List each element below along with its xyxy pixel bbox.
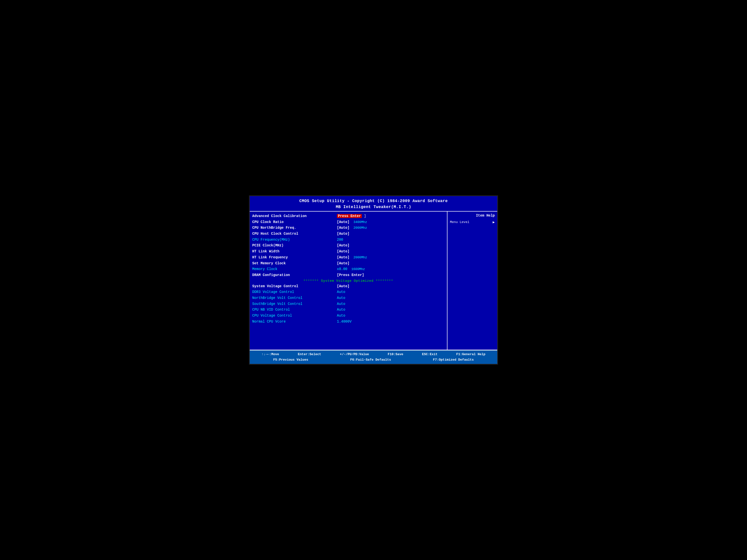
row-value-0[interactable]: [Auto] xyxy=(337,219,349,225)
item-help-title: Item Help xyxy=(450,214,495,217)
footer1-item-5: F1:General Help xyxy=(456,352,485,357)
menu-title-row: Advanced Clock Calibration Press Enter ] xyxy=(252,214,444,219)
main-row-2: CPU Host Clock Control[Auto] xyxy=(252,231,444,237)
footer1-item-1: Enter:Select xyxy=(298,352,321,357)
footer1-item-0: ↑↓→←:Move xyxy=(262,352,279,357)
row-label-9: DRAM Configuration xyxy=(252,272,337,278)
main-panel: Advanced Clock Calibration Press Enter ]… xyxy=(250,212,447,350)
bios-screen: CMOS Setup Utility - Copyright (C) 1984-… xyxy=(249,195,498,365)
stars-row: ******* System Voltage Optimized *******… xyxy=(252,279,444,283)
main-row-6: HT Link Frequency[Auto]2000Mhz xyxy=(252,255,444,260)
footer-row2: F5:Previous ValuesF6:Fail-Safe DefaultsF… xyxy=(252,357,495,363)
voltage-label-6: Normal CPU Vcore xyxy=(252,319,337,324)
row-value-7[interactable]: [Auto] xyxy=(337,261,349,266)
main-row-5: HT Link Width[Auto] xyxy=(252,249,444,255)
press-enter-value[interactable]: Press Enter ] xyxy=(337,214,366,219)
row-label-7: Set Memory Clock xyxy=(252,261,337,266)
footer2-item-1: F6:Fail-Safe Defaults xyxy=(350,357,391,363)
voltage-label-2: NorthBridge Volt Control xyxy=(252,295,337,301)
row-value-2[interactable]: [Auto] xyxy=(337,231,349,237)
row-value-8[interactable]: x8.00 xyxy=(337,267,347,272)
main-row-8: Memory Clockx8.001600Mhz xyxy=(252,267,444,272)
voltage-row-4: CPU NB VID ControlAuto xyxy=(252,307,444,313)
row-value-1[interactable]: [Auto] xyxy=(337,225,349,231)
row-extra-1: 2000Mhz xyxy=(353,225,367,231)
voltage-rows: System Voltage Control[Auto]DDR3 Voltage… xyxy=(252,284,444,324)
main-row-0: CPU Clock Ratio[Auto]3400Mhz xyxy=(252,219,444,225)
voltage-value-5[interactable]: Auto xyxy=(337,313,345,319)
row-label-2: CPU Host Clock Control xyxy=(252,231,337,237)
footer1-item-4: ESC:Exit xyxy=(422,352,437,357)
row-extra-8: 1600Mhz xyxy=(351,267,365,272)
voltage-value-4[interactable]: Auto xyxy=(337,307,345,313)
voltage-value-2[interactable]: Auto xyxy=(337,295,345,301)
footer: ↑↓→←:MoveEnter:Select+/-/PU/PD:ValueF10:… xyxy=(250,350,497,364)
row-value-3[interactable]: 200 xyxy=(337,237,343,243)
row-label-3: CPU Frequency(MHz) xyxy=(252,237,337,243)
row-value-9[interactable]: [Press Enter] xyxy=(337,272,364,278)
main-row-7: Set Memory Clock[Auto] xyxy=(252,261,444,266)
menu-level-row: Menu Level ▶ xyxy=(450,220,495,224)
voltage-label-4: CPU NB VID Control xyxy=(252,307,337,313)
row-extra-6: 2000Mhz xyxy=(353,255,367,260)
footer2-item-0: F5:Previous Values xyxy=(273,357,308,363)
side-panel: Item Help Menu Level ▶ xyxy=(447,212,497,350)
footer2-item-2: F7:Optimized Defaults xyxy=(433,357,474,363)
voltage-row-6: Normal CPU Vcore1.4000V xyxy=(252,319,444,324)
row-label-4: PCIE Clock(MHz) xyxy=(252,243,337,248)
row-label-0: CPU Clock Ratio xyxy=(252,219,337,225)
voltage-value-0[interactable]: [Auto] xyxy=(337,284,349,289)
main-rows: CPU Clock Ratio[Auto]3400MhzCPU NorthBri… xyxy=(252,219,444,278)
voltage-label-0: System Voltage Control xyxy=(252,284,337,289)
row-value-6[interactable]: [Auto] xyxy=(337,255,349,260)
header-title-line2: MB Intelligent Tweaker(M.I.T.) xyxy=(253,204,494,210)
press-enter-highlight: Press Enter xyxy=(337,214,362,218)
row-label-8: Memory Clock xyxy=(252,267,337,272)
footer1-item-3: F10:Save xyxy=(388,352,403,357)
voltage-label-3: SouthBridge Volt Control xyxy=(252,301,337,307)
row-label-6: HT Link Frequency xyxy=(252,255,337,260)
main-row-3: CPU Frequency(MHz)200 xyxy=(252,237,444,243)
footer-row1: ↑↓→←:MoveEnter:Select+/-/PU/PD:ValueF10:… xyxy=(252,352,495,357)
voltage-label-1: DDR3 Voltage Control xyxy=(252,290,337,295)
footer1-item-2: +/-/PU/PD:Value xyxy=(340,352,369,357)
row-value-4[interactable]: [Auto] xyxy=(337,243,349,248)
main-row-4: PCIE Clock(MHz)[Auto] xyxy=(252,243,444,248)
header-title-line1: CMOS Setup Utility - Copyright (C) 1984-… xyxy=(253,198,494,204)
voltage-label-5: CPU Voltage Control xyxy=(252,313,337,319)
row-label-1: CPU NorthBridge Freq. xyxy=(252,225,337,231)
row-value-5[interactable]: [Auto] xyxy=(337,249,349,255)
main-row-1: CPU NorthBridge Freq.[Auto]2000Mhz xyxy=(252,225,444,231)
main-row-9: DRAM Configuration[Press Enter] xyxy=(252,272,444,278)
content-area: Advanced Clock Calibration Press Enter ]… xyxy=(250,212,497,350)
voltage-row-0: System Voltage Control[Auto] xyxy=(252,284,444,289)
row-extra-0: 3400Mhz xyxy=(353,220,367,225)
voltage-value-3[interactable]: Auto xyxy=(337,301,345,307)
voltage-value-1[interactable]: Auto xyxy=(337,290,345,295)
menu-level-label: Menu Level xyxy=(450,220,469,224)
menu-level-arrow: ▶ xyxy=(493,220,495,224)
menu-title-label: Advanced Clock Calibration xyxy=(252,214,337,219)
voltage-row-1: DDR3 Voltage ControlAuto xyxy=(252,290,444,295)
voltage-row-3: SouthBridge Volt ControlAuto xyxy=(252,301,444,307)
voltage-row-2: NorthBridge Volt ControlAuto xyxy=(252,295,444,301)
header: CMOS Setup Utility - Copyright (C) 1984-… xyxy=(250,196,497,212)
voltage-value-6[interactable]: 1.4000V xyxy=(337,319,352,324)
row-label-5: HT Link Width xyxy=(252,249,337,255)
voltage-row-5: CPU Voltage ControlAuto xyxy=(252,313,444,319)
